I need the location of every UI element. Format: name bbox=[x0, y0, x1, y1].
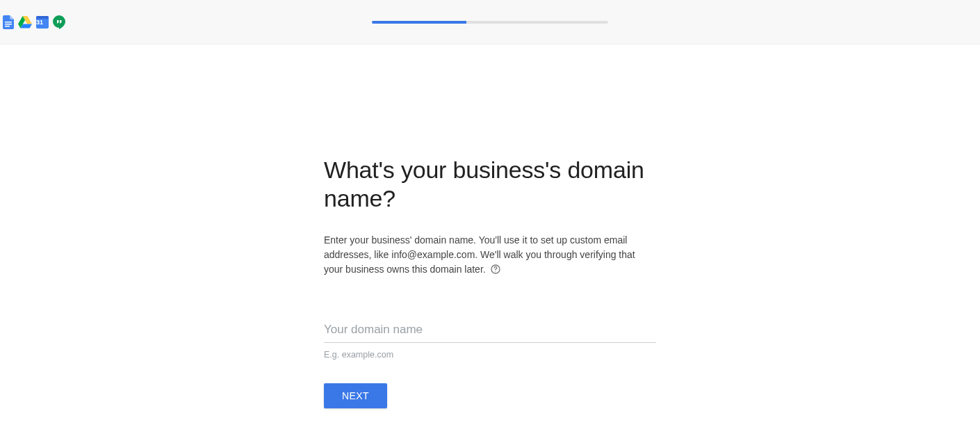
calendar-day-label: 31 bbox=[36, 19, 49, 26]
domain-field: E.g. example.com bbox=[324, 319, 656, 360]
header-app-icons: 31 bbox=[0, 15, 65, 29]
main-content: What's your business's domain name? Ente… bbox=[324, 45, 656, 408]
page-description-text: Enter your business' domain name. You'll… bbox=[324, 234, 635, 275]
calendar-icon: 31 bbox=[36, 16, 49, 29]
domain-input[interactable] bbox=[324, 319, 656, 343]
page-description: Enter your business' domain name. You'll… bbox=[324, 233, 656, 277]
svg-rect-1 bbox=[5, 24, 12, 25]
next-button[interactable]: NEXT bbox=[324, 383, 387, 408]
page-title: What's your business's domain name? bbox=[324, 156, 656, 214]
docs-icon bbox=[3, 15, 14, 29]
header-bar: 31 bbox=[0, 0, 980, 45]
drive-icon bbox=[18, 16, 32, 29]
hangouts-icon bbox=[53, 15, 65, 29]
progress-bar bbox=[372, 21, 608, 24]
progress-fill bbox=[372, 21, 466, 24]
svg-rect-0 bbox=[5, 22, 12, 23]
help-icon[interactable] bbox=[490, 264, 501, 275]
domain-hint: E.g. example.com bbox=[324, 350, 656, 360]
svg-point-6 bbox=[495, 271, 496, 272]
svg-rect-2 bbox=[5, 26, 10, 27]
